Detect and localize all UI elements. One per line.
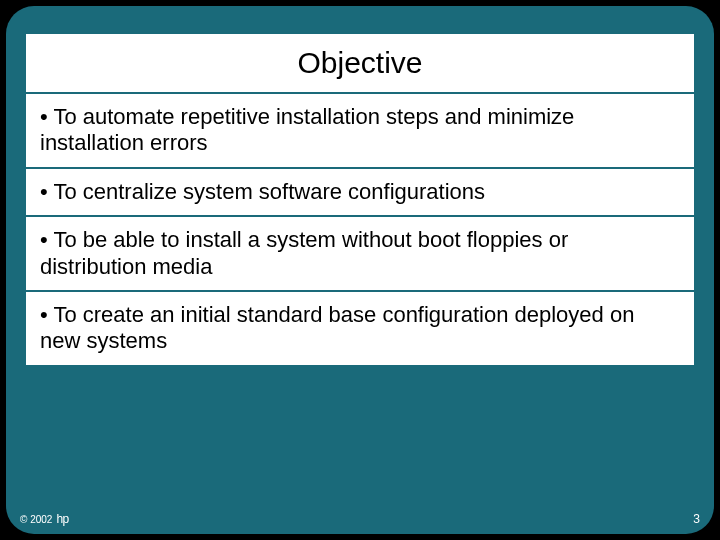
bullet-item: • To be able to install a system without… — [26, 217, 694, 290]
copyright-text: © 2002 — [20, 514, 52, 525]
bullet-text: • To centralize system software configur… — [40, 179, 680, 205]
bullet-text: • To create an initial standard base con… — [40, 302, 680, 355]
bullet-item: • To create an initial standard base con… — [26, 292, 694, 365]
bullet-item: • To centralize system software configur… — [26, 169, 694, 215]
page-number: 3 — [693, 512, 700, 526]
footer: © 2002 hp 3 — [20, 512, 700, 526]
slide-title: Objective — [26, 46, 694, 80]
footer-left: © 2002 hp — [20, 512, 69, 526]
bullet-item: • To automate repetitive installation st… — [26, 94, 694, 167]
slide: Objective • To automate repetitive insta… — [6, 6, 714, 534]
bullet-text: • To be able to install a system without… — [40, 227, 680, 280]
logo-text: hp — [56, 512, 68, 526]
bullet-text: • To automate repetitive installation st… — [40, 104, 680, 157]
bullet-list: • To automate repetitive installation st… — [6, 94, 714, 365]
title-box: Objective — [26, 34, 694, 92]
